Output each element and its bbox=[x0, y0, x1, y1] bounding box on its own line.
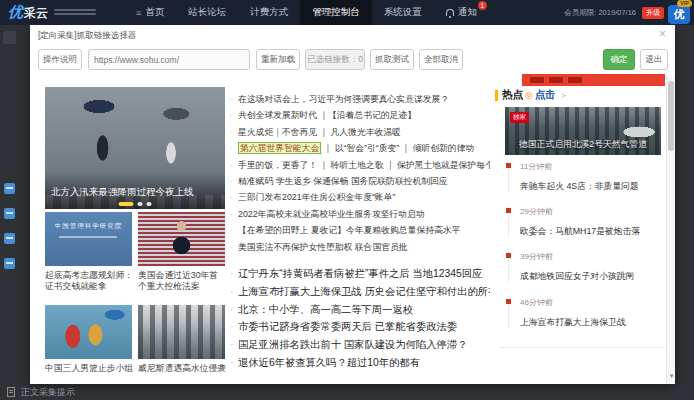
hot-news-item[interactable]: 46分钟前 上海宣布打赢大上海保卫战 bbox=[508, 297, 664, 329]
carousel-dot[interactable] bbox=[138, 202, 143, 206]
exit-button[interactable]: 退出 bbox=[640, 49, 668, 70]
divider bbox=[500, 347, 665, 348]
scrape-test-button[interactable]: 抓取测试 bbox=[370, 49, 414, 70]
hot-panel-header[interactable]: 热点 ◎ 点击 bbox=[495, 88, 568, 102]
headline-link[interactable]: 在这场对话会上，习近平为何强调要真心实意谋发展？ bbox=[228, 91, 490, 107]
headline-text: 共创全球发展新时代 ｜【沿着总书记的足迹】 bbox=[238, 110, 416, 120]
hot-card-caption: 德国正式启用北溪2号天然气管道 bbox=[505, 139, 661, 151]
headline-link[interactable]: 美国宪法不再保护女性堕胎权 联合国官员批 bbox=[228, 239, 490, 255]
scroll-down-arrow-icon[interactable] bbox=[667, 364, 676, 382]
hot-news-title: 成都地铁回应女子对小孩跳闸 bbox=[520, 271, 664, 283]
thumbnail-image[interactable] bbox=[45, 305, 132, 359]
ad-banner-partial[interactable] bbox=[522, 74, 665, 86]
thumbnail-caption[interactable]: 美国会通过近30年首个重大控枪法案 bbox=[138, 270, 226, 292]
bottom-bar-label: 正文采集提示 bbox=[21, 386, 75, 399]
headline-text: 【在希望的田野上 夏收记】今年夏粮收购总量保持高水平 bbox=[238, 225, 460, 235]
headline-link[interactable]: 三部门发布2021年住房公积金年度“账单” bbox=[228, 189, 490, 205]
vip-badge: VIP bbox=[677, 0, 692, 7]
upgrade-button[interactable]: 升级 bbox=[642, 7, 664, 19]
hot-news-time: 46分钟前 bbox=[520, 297, 664, 308]
nav-menu: ≡首页 站长论坛 计费方式 管理控制台 系统设置 通知 1 bbox=[124, 0, 489, 25]
nav-item-settings[interactable]: 系统设置 bbox=[372, 0, 434, 25]
headline-text: 三部门发布2021年住房公积金年度“账单” bbox=[238, 192, 395, 202]
headline-link[interactable]: 手里的饭，更香了！ ｜ 聆听土地之歌 ｜ 保护黑土地就是保护每个 bbox=[228, 157, 490, 173]
headline-link[interactable]: 退休近6年被查算久吗？超过10年的都有 bbox=[228, 354, 490, 372]
headline-link[interactable]: 2022年高校未就业高校毕业生服务攻坚行动启动 bbox=[228, 206, 490, 222]
thumbnail-caption[interactable]: 起底高考志愿规划师：证书交钱就能拿 bbox=[45, 270, 133, 292]
dialog-title: [定向采集]抓取链接选择器 bbox=[38, 30, 136, 42]
bottom-bar: 正文采集提示 bbox=[0, 384, 694, 400]
document-icon bbox=[7, 387, 15, 397]
hot-card-image[interactable]: 独家 德国正式启用北溪2号天然气管道 bbox=[505, 107, 661, 155]
hero-image[interactable]: 北方入汛来最强降雨过程今夜上线 bbox=[45, 87, 225, 209]
background-toolbar-icon[interactable] bbox=[4, 258, 15, 269]
headline-link[interactable]: 精准赋码 学生返乡 保通保畅 国务院联防联控机制回应 bbox=[228, 173, 490, 189]
headline-text: ｜ 以“智会”引“质变” ｜ 倾听创新的律动 bbox=[321, 143, 474, 153]
headline-link[interactable]: 国足亚洲排名跌出前十 国家队建设为何陷入停滞？ bbox=[228, 336, 490, 354]
member-expiry: 会员期限: 2019/07/16 bbox=[564, 8, 636, 18]
hamburger-icon: ≡ bbox=[136, 8, 141, 18]
app-logo: 优 采云 bbox=[8, 3, 96, 22]
close-icon[interactable]: × bbox=[659, 28, 666, 40]
hot-news-time: 29分钟前 bbox=[520, 206, 664, 217]
nav-item-console[interactable]: 管理控制台 bbox=[300, 0, 372, 25]
background-toolbar-icon[interactable] bbox=[4, 233, 15, 244]
target-icon: ◎ bbox=[525, 90, 533, 100]
hot-panel-title: 热点 bbox=[502, 88, 523, 102]
thumbnail-image[interactable] bbox=[138, 305, 225, 359]
headline-link[interactable]: 【在希望的田野上 夏收记】今年夏粮收购总量保持高水平 bbox=[228, 222, 490, 238]
headline-list: 在这场对话会上，习近平为何强调要真心实意谋发展？共创全球发展新时代 ｜【沿着总书… bbox=[228, 91, 490, 372]
headline-text: 手里的饭，更香了！ ｜ 聆听土地之歌 ｜ 保护黑土地就是保护每个 bbox=[238, 160, 490, 170]
hot-news-title: 欧委会：马航MH17是被炮击落 bbox=[520, 226, 664, 238]
nav-item-home[interactable]: ≡首页 bbox=[124, 0, 176, 25]
hot-news-item[interactable]: 29分钟前 欧委会：马航MH17是被炮击落 bbox=[508, 206, 664, 238]
help-button[interactable]: 操作说明 bbox=[38, 49, 82, 70]
logo-tagline bbox=[54, 7, 96, 17]
headline-text: 精准赋码 学生返乡 保通保畅 国务院联防联控机制回应 bbox=[238, 176, 448, 186]
accent-bar bbox=[495, 90, 498, 101]
headline-link[interactable]: 上海宣布打赢大上海保卫战 历史会记住坚守和付出的所有人 bbox=[228, 283, 490, 301]
reload-button[interactable]: 重新加载 bbox=[256, 49, 300, 70]
thumbnail-caption[interactable]: 威尼斯遭遇高水位侵袭 圣 bbox=[138, 363, 226, 374]
cancel-all-button[interactable]: 全部取消 bbox=[419, 49, 463, 70]
vip-logo[interactable]: 优 VIP bbox=[668, 1, 692, 24]
headline-link[interactable]: 星火成炬｜不舍再见 ｜ 凡人微光丰收温暖 bbox=[228, 124, 490, 140]
headline-link[interactable]: 辽宁丹东“持黄码者看病被拦”事件之后 当地12345回应 bbox=[228, 265, 490, 283]
background-toolbar-icon[interactable] bbox=[4, 208, 15, 219]
headline-link[interactable]: 北京：中小学、高一高二等下周一返校 bbox=[228, 301, 490, 319]
hot-panel-title-2: 点击 bbox=[535, 88, 556, 102]
headline-text: 市委书记跻身省委常委两天后 已掌舵省委政法委 bbox=[238, 321, 457, 332]
logo-text: 采云 bbox=[24, 5, 48, 22]
url-input[interactable] bbox=[88, 49, 250, 70]
nav-item-billing[interactable]: 计费方式 bbox=[238, 0, 300, 25]
headline-text: 辽宁丹东“持黄码者看病被拦”事件之后 当地12345回应 bbox=[238, 268, 482, 279]
headline-text: 上海宣布打赢大上海保卫战 历史会记住坚守和付出的所有人 bbox=[238, 286, 490, 297]
headline-link[interactable]: 共创全球发展新时代 ｜【沿着总书记的足迹】 bbox=[228, 107, 490, 123]
thumbnail-caption[interactable]: 中国三人男篮止步小组赛 bbox=[45, 363, 133, 374]
carousel-dot[interactable] bbox=[147, 202, 152, 206]
background-toolbar-icon[interactable] bbox=[4, 183, 15, 194]
headline-text: 北京：中小学、高一高二等下周一返校 bbox=[238, 304, 413, 315]
carousel-dot-active[interactable] bbox=[119, 202, 134, 206]
nav-item-notifications[interactable]: 通知 1 bbox=[434, 0, 489, 25]
vertical-scrollbar[interactable] bbox=[666, 77, 675, 384]
carousel-dots bbox=[119, 202, 152, 206]
nav-item-forum[interactable]: 站长论坛 bbox=[176, 0, 238, 25]
thumbnail-image[interactable]: 中国管理科学研究院 bbox=[45, 212, 132, 266]
logo-glyph: 优 bbox=[8, 3, 23, 22]
dialog-toolbar: 操作说明 重新加载 已选链接数：0 抓取测试 全部取消 确定 退出 bbox=[30, 46, 675, 76]
hot-news-item[interactable]: 11分钟前 奔驰车起火 4S店：非质量问题 bbox=[508, 161, 664, 193]
hot-news-item[interactable]: 39分钟前 成都地铁回应女子对小孩跳闸 bbox=[508, 251, 664, 283]
headline-text: 2022年高校未就业高校毕业生服务攻坚行动启动 bbox=[238, 209, 425, 219]
hot-news-time: 39分钟前 bbox=[520, 251, 664, 262]
thumbnail-image[interactable] bbox=[138, 212, 225, 266]
bell-icon bbox=[446, 9, 454, 16]
background-panel-icon bbox=[3, 31, 16, 44]
headline-link[interactable]: 市委书记跻身省委常委两天后 已掌舵省委政法委 bbox=[228, 318, 490, 336]
confirm-button[interactable]: 确定 bbox=[603, 49, 635, 70]
headline-link[interactable]: 第六届世界智能大会 ｜ 以“智会”引“质变” ｜ 倾听创新的律动 bbox=[228, 140, 490, 156]
headline-text: 星火成炬｜不舍再见 ｜ 凡人微光丰收温暖 bbox=[238, 127, 401, 137]
scrollbar-thumb[interactable] bbox=[668, 81, 674, 151]
thumbnail-sign-text: 中国管理科学研究院 bbox=[45, 222, 132, 231]
thumbnail-sign-subline bbox=[59, 236, 117, 238]
